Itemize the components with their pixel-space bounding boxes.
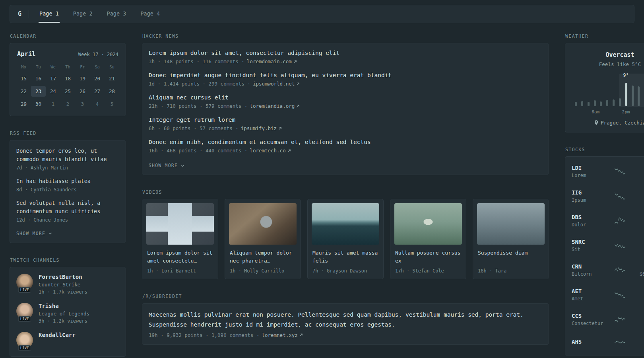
- hn-story-domain-link[interactable]: loremlandia.org: [250, 103, 299, 109]
- calendar-weekday: Fr: [75, 62, 90, 71]
- tab-page-3[interactable]: Page 3: [106, 5, 127, 23]
- rss-item-title[interactable]: Donec tempor eros leo, ut commodo mauris…: [16, 147, 119, 163]
- external-link-icon: [299, 333, 303, 337]
- calendar-day: 20: [90, 73, 105, 84]
- twitch-channel-name[interactable]: KendallCarr: [39, 332, 76, 338]
- calendar-weekday: Su: [105, 62, 119, 71]
- stock-values: +2.84% $42.04: [630, 190, 644, 203]
- weather-bar: [632, 86, 634, 106]
- rss-card: Donec tempor eros leo, ut commodo mauris…: [10, 140, 126, 243]
- stock-row[interactable]: IIG Ipsum +2.84% $42.04: [572, 184, 644, 208]
- video-title[interactable]: Aliquam tempor dolor nec pharetra…: [230, 249, 296, 265]
- stock-ticker: CRN: [572, 263, 610, 270]
- video-thumbnail[interactable]: [477, 203, 545, 245]
- video-thumbnail[interactable]: [394, 203, 462, 245]
- stock-row[interactable]: CRN Bitcorn -1.00% $66,171.48: [572, 258, 644, 282]
- twitch-channel-name[interactable]: Trisha: [39, 303, 59, 309]
- hn-story: Donec imperdiet augue tincidunt felis al…: [149, 72, 542, 87]
- hn-show-more-button[interactable]: SHOW MORE: [149, 163, 184, 168]
- video-meta: 17h · Stefan Cole: [395, 268, 461, 274]
- weather-bar: [600, 101, 602, 106]
- stock-row[interactable]: CCS Consectetur +0.51% $165.84: [572, 307, 644, 332]
- tab-page-1[interactable]: Page 1: [39, 5, 60, 23]
- video-title[interactable]: Nullam posuere cursus ex: [395, 249, 461, 265]
- tab-page-2[interactable]: Page 2: [72, 5, 93, 23]
- stock-row[interactable]: AET Amet +0.92% $499.72: [572, 282, 644, 307]
- domain-text: loremlandia.org: [250, 103, 295, 109]
- video-meta: 1h · Molly Carrillo: [230, 268, 296, 274]
- calendar-day: 29: [16, 99, 31, 109]
- video-thumbnail[interactable]: [229, 203, 297, 245]
- calendar-day-next-month: 1: [46, 99, 60, 109]
- hn-story-title[interactable]: Aliquam nec cursus elit: [149, 94, 542, 101]
- rss-show-more-button[interactable]: SHOW MORE: [16, 231, 52, 236]
- hn-story-title[interactable]: Integer eget rutrum lorem: [149, 117, 542, 123]
- twitch-channel-name[interactable]: ForrestBurton: [39, 274, 82, 280]
- stock-values: +4.35% $795.18: [630, 165, 644, 178]
- stock-price: $148.64: [630, 247, 644, 252]
- video-title[interactable]: Suspendisse diam: [478, 249, 544, 265]
- twitch-channel-row[interactable]: LIVE Trisha League of Legends 3h · 1.2k …: [16, 303, 119, 324]
- stock-change: +4.35%: [630, 165, 644, 171]
- hn-story-domain-link[interactable]: ipsumworld.net: [253, 81, 299, 87]
- twitch-channel-info: KendallCarr: [39, 332, 76, 338]
- stock-identity: CCS Consectetur: [572, 313, 610, 326]
- hn-story-meta: 3h · 148 points · 116 comments · loremdo…: [149, 58, 542, 64]
- calendar-widget-title: CALENDAR: [10, 33, 126, 39]
- top-bar: G Page 1 Page 2 Page 3 Page 4: [10, 5, 634, 23]
- calendar-month: April: [17, 51, 36, 58]
- twitch-channel-row[interactable]: LIVE ForrestBurton Counter-Strike 1h · 1…: [16, 274, 119, 295]
- hn-story-title[interactable]: Donec imperdiet augue tincidunt felis al…: [149, 72, 542, 78]
- stock-price: $66,171.48: [630, 271, 644, 277]
- twitch-widget-title: TWITCH CHANNELS: [10, 257, 126, 263]
- twitch-channel-game: League of Legends: [39, 311, 89, 317]
- rss-item-title[interactable]: In hac habitasse platea: [16, 177, 119, 185]
- stock-row[interactable]: AHS +0.46%: [572, 332, 644, 353]
- calendar-header: April Week 17 · 2024: [17, 51, 118, 58]
- live-badge: LIVE: [18, 287, 31, 293]
- time-label: 6am: [592, 109, 599, 115]
- tab-page-4[interactable]: Page 4: [140, 5, 161, 23]
- rss-item: Donec tempor eros leo, ut commodo mauris…: [16, 147, 119, 171]
- hn-story-title[interactable]: Lorem ipsum dolor sit amet, consectetur …: [149, 50, 542, 56]
- video-thumbnail[interactable]: [146, 203, 214, 245]
- stock-sparkline: [615, 191, 625, 201]
- rss-item-meta: 12d · Chance Jones: [16, 217, 119, 223]
- stock-ticker: AET: [572, 288, 610, 294]
- videos-widget: VIDEOS Lorem ipsum dolor sit amet consec…: [142, 189, 549, 279]
- twitch-channel-row[interactable]: LIVE KendallCarr: [16, 332, 119, 348]
- calendar-card: April Week 17 · 2024 Mo Tu We Th Fr Sa S…: [10, 43, 126, 116]
- video-title[interactable]: Mauris sit amet massa felis: [312, 249, 378, 265]
- rss-item-title[interactable]: Sed volutpat nulla nisl, a condimentum n…: [16, 199, 119, 216]
- hn-story-domain-link[interactable]: loremtech.co: [250, 148, 290, 154]
- hn-story-meta-text: 3h · 148 points · 116 comments ·: [149, 58, 244, 64]
- stock-price: $795.18: [630, 173, 644, 178]
- stock-ticker: IIG: [572, 189, 610, 196]
- reddit-post-title[interactable]: Maecenas mollis pulvinar erat non posuer…: [149, 310, 542, 329]
- stock-ticker: LDI: [572, 165, 610, 171]
- hn-story-meta-text: 1d · 1,414 points · 299 comments ·: [149, 81, 250, 87]
- reddit-post-domain-link[interactable]: loremnet.xyz: [262, 332, 302, 338]
- hn-story-domain-link[interactable]: loremdomain.com: [247, 58, 297, 64]
- video-card[interactable]: Nullam posuere cursus ex 17h · Stefan Co…: [390, 199, 466, 279]
- stocks-widget-title: STOCKS: [565, 147, 644, 152]
- stock-row[interactable]: LDI Lorem +4.35% $795.18: [572, 159, 644, 184]
- video-card[interactable]: Aliquam tempor dolor nec pharetra… 1h · …: [225, 199, 301, 279]
- hn-story-title[interactable]: Donec enim nibh, condimentum et accumsan…: [149, 139, 542, 145]
- hn-story-domain-link[interactable]: ipsumify.biz: [241, 125, 281, 131]
- stock-sparkline: [615, 290, 625, 300]
- stock-row[interactable]: SNRC Sit +1.36% $148.64: [572, 233, 644, 258]
- twitch-avatar-wrap: LIVE: [16, 303, 33, 319]
- external-link-icon: [293, 60, 297, 63]
- video-card[interactable]: Suspendisse diam 18h · Tara: [473, 199, 549, 279]
- video-thumbnail[interactable]: [312, 203, 379, 245]
- video-card[interactable]: Lorem ipsum dolor sit amet consectetu… 1…: [142, 199, 218, 279]
- stock-row[interactable]: DBS Dolor +1.42% $156.28: [572, 208, 644, 233]
- stock-name: Sit: [572, 247, 610, 252]
- weather-location-row[interactable]: Prague, Czechia: [572, 120, 644, 126]
- rss-item-meta: 8d · Cynthia Saunders: [16, 187, 119, 193]
- video-card[interactable]: Mauris sit amet massa felis 7h · Grayson…: [307, 199, 384, 279]
- weather-bar: [638, 86, 640, 106]
- stock-ticker: AHS: [572, 339, 610, 345]
- video-title[interactable]: Lorem ipsum dolor sit amet consectetu…: [147, 249, 213, 265]
